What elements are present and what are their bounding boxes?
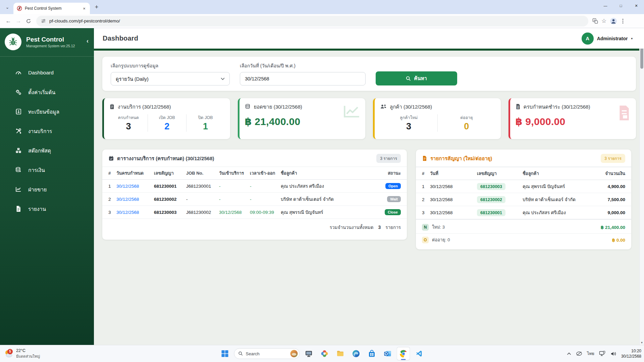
contract-no: 681230003 bbox=[151, 206, 183, 219]
back-button[interactable]: ← bbox=[3, 16, 13, 26]
stat-metric: ลูกค้าใหม่3 bbox=[380, 114, 438, 132]
user-name: Administrator bbox=[597, 36, 628, 41]
service-col-header: เวลาเข้า-ออก bbox=[247, 167, 278, 180]
due-date-link[interactable]: 30/12/2568 bbox=[114, 193, 151, 206]
row-number: 1 bbox=[102, 180, 114, 193]
sidebar-item-chart-line[interactable]: ฝ่ายขาย bbox=[0, 182, 94, 197]
user-menu[interactable]: A Administrator ▾ bbox=[582, 33, 633, 45]
volume-icon[interactable] bbox=[610, 351, 616, 356]
taskbar-app-edge[interactable] bbox=[350, 347, 363, 360]
sidebar-nav: Dashboardตั้งค่าเริ่มต้นทะเบียนข้อมูลงาน… bbox=[0, 57, 94, 216]
status-badge: Wait bbox=[387, 196, 401, 202]
search-highlight-image[interactable] bbox=[290, 350, 298, 358]
stat-card-sales: ยอดขาย (30/12/2568)฿ 21,400.00 bbox=[238, 98, 366, 139]
clock-date: 30/12/2568 bbox=[621, 354, 641, 359]
contract-no-badge[interactable]: 681230001 bbox=[477, 209, 505, 216]
table-row: 330/12/2568681230001คุณ ประภัสสร ศรีเมือ… bbox=[416, 206, 631, 219]
tools-icon bbox=[15, 128, 22, 134]
date-input[interactable]: 30/12/2568 bbox=[240, 72, 366, 85]
photos-pinwheel-icon bbox=[321, 350, 329, 358]
sidebar-item-address-book[interactable]: ทะเบียนข้อมูล bbox=[0, 104, 94, 119]
service-table-count-badge: 3 รายการ bbox=[376, 154, 401, 163]
taskbar-app-file-explorer[interactable] bbox=[334, 347, 347, 360]
tab-search-button[interactable]: ⌄ bbox=[3, 2, 12, 12]
table-row: 230/12/2568681230002บริษัท ดาต้าเซ็นเตอร… bbox=[416, 193, 631, 206]
contract-date: 30/12/2568 bbox=[427, 193, 474, 206]
profile-avatar-icon[interactable] bbox=[610, 17, 617, 25]
window-maximize-button[interactable]: □ bbox=[613, 0, 629, 11]
taskbar-search[interactable]: Search bbox=[234, 348, 300, 359]
job-no: J681230001 bbox=[183, 180, 216, 193]
sidebar-item-coins[interactable]: การเงิน bbox=[0, 163, 94, 177]
translate-icon[interactable]: A bbox=[592, 18, 598, 24]
row-number: 2 bbox=[102, 193, 114, 206]
user-avatar[interactable]: A bbox=[582, 33, 594, 45]
language-indicator[interactable]: ไทย bbox=[587, 350, 594, 357]
browser-menu-icon[interactable] bbox=[621, 18, 625, 24]
contract-no-badge[interactable]: 681230003 bbox=[477, 183, 505, 190]
search-button[interactable]: ค้นหา bbox=[376, 71, 457, 85]
due-date-link[interactable]: 30/12/2568 bbox=[114, 180, 151, 193]
sidebar-item-file[interactable]: รายงาน bbox=[0, 201, 94, 216]
page-scrollbar[interactable]: ▲ ▼ bbox=[639, 28, 644, 345]
tab-close-icon[interactable]: × bbox=[81, 5, 87, 11]
search-icon bbox=[406, 76, 411, 81]
stat-amount: ฿ 9,000.00 bbox=[516, 116, 631, 127]
row-number: 1 bbox=[416, 180, 427, 193]
window-close-button[interactable]: ✕ bbox=[629, 0, 644, 11]
taskbar-app-store[interactable] bbox=[365, 347, 379, 360]
taskbar-app-chrome[interactable] bbox=[397, 347, 410, 360]
browser-tab[interactable]: Pest Control System × bbox=[13, 3, 90, 14]
start-button[interactable] bbox=[218, 347, 232, 360]
service-table-footer: รวมจำนวนงานทั้งหมด 3 รายการ bbox=[102, 219, 407, 240]
sidebar-item-boxes[interactable]: สต๊อกพัสดุ bbox=[0, 143, 94, 158]
reload-button[interactable] bbox=[23, 16, 34, 26]
stat-metric: เปิด JOB2 bbox=[148, 114, 186, 132]
view-mode-label: เลือกรูปแบบการดูข้อมูล bbox=[111, 62, 230, 69]
tray-chevron-up-icon[interactable] bbox=[567, 352, 571, 355]
outlook-icon bbox=[384, 350, 392, 358]
contract-no-badge[interactable]: 681230002 bbox=[477, 196, 505, 203]
hidden-eye-icon[interactable] bbox=[576, 351, 582, 356]
customer-name: คุณ ประภัสสร ศรีเมือง bbox=[278, 180, 380, 193]
table-row: 130/12/2568681230001J681230001--คุณ ประภ… bbox=[102, 180, 407, 193]
customer-name: บริษัท ดาต้าเซ็นเตอร์ จำกัด bbox=[278, 193, 380, 206]
contract-col-header: จำนวนเงิน bbox=[591, 167, 631, 180]
site-settings-icon[interactable] bbox=[41, 18, 46, 23]
remote-desktop-icon bbox=[305, 350, 313, 358]
service-col-header: สถานะ bbox=[380, 167, 407, 180]
sidebar-item-gauge[interactable]: Dashboard bbox=[0, 65, 94, 80]
chevron-down-icon: ▾ bbox=[631, 37, 633, 40]
gears-icon bbox=[15, 89, 22, 96]
bookmark-star-icon[interactable]: ☆ bbox=[601, 17, 606, 24]
visit-date: 30/12/2568 bbox=[216, 206, 247, 219]
view-mode-select[interactable]: ดูรายวัน (Daily) bbox=[111, 72, 230, 85]
amount: 9,000.00 bbox=[591, 206, 631, 219]
sidebar-item-tools[interactable]: งานบริการ bbox=[0, 124, 94, 138]
summary-label: ใหม่: 3 bbox=[432, 224, 445, 231]
taskbar-app-outlook[interactable] bbox=[381, 347, 394, 360]
taskbar-app-vscode[interactable] bbox=[413, 347, 426, 360]
scroll-down-icon[interactable]: ▼ bbox=[641, 340, 643, 345]
sidebar: Pest Control Management System ver.25.12… bbox=[0, 28, 94, 345]
customer-name: คุณ ประภัสสร ศรีเมือง bbox=[520, 206, 591, 219]
forward-button[interactable]: → bbox=[13, 16, 23, 26]
new-tab-button[interactable]: + bbox=[92, 2, 101, 12]
tab-favicon-no-pest-icon bbox=[17, 6, 22, 11]
due-date-link[interactable]: 30/12/2568 bbox=[114, 206, 151, 219]
taskbar-clock[interactable]: 10:20 30/12/2568 bbox=[621, 348, 641, 359]
stat-title: ลูกค้า (30/12/2568) bbox=[390, 103, 432, 111]
address-bar[interactable]: pf-clouds.com/pf-pestcontrol/demo/ bbox=[36, 16, 588, 26]
service-col-header: วันเข้าบริการ bbox=[216, 167, 247, 180]
weather-widget[interactable]: 5 22°C มีแดดส่วนใหญ่ bbox=[0, 348, 101, 359]
taskbar-app-photos[interactable] bbox=[318, 347, 331, 360]
network-icon[interactable] bbox=[599, 351, 606, 356]
stat-title: ยอดขาย (30/12/2568) bbox=[254, 103, 302, 111]
table-row: 330/12/2568681230003J68123000230/12/2568… bbox=[102, 206, 407, 219]
window-minimize-button[interactable]: — bbox=[598, 0, 613, 11]
search-button-label: ค้นหา bbox=[414, 74, 427, 82]
sidebar-collapse-icon[interactable]: ‹ bbox=[87, 38, 89, 45]
taskbar-app-desktop[interactable] bbox=[302, 347, 316, 360]
sidebar-item-gears[interactable]: ตั้งค่าเริ่มต้น bbox=[0, 85, 94, 100]
table-row: 230/12/2568681230002---บริษัท ดาต้าเซ็นเ… bbox=[102, 193, 407, 206]
